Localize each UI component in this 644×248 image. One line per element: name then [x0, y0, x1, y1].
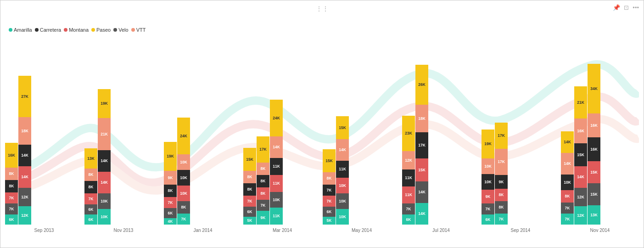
bar-stack-4-0: 5K6K7K7K8K15K: [323, 149, 336, 225]
legend-text-paseo: Paseo: [96, 27, 111, 33]
bar-stack-5-1: 14K14K15K17K18K26K: [415, 65, 428, 225]
bar-label-amarilla-6-1: 7K: [499, 217, 504, 221]
bar-segment-amarilla: 6K: [5, 214, 18, 225]
bar-group-Nov2014: 7K7K8K10K14K14K12K12K14K15K16K21K13K15K1…: [561, 37, 639, 225]
bar-label-montana-5-0: 11K: [405, 193, 412, 197]
bar-stack-0-1: 12K12K14K14K18K27K: [18, 76, 31, 225]
legend-item-carretera: Carretera: [35, 27, 61, 33]
bar-label-velo-2-0: 6K: [168, 211, 173, 215]
bar-label-carretera-0-0: 8K: [9, 184, 14, 188]
bar-stack-1-1: 10K10K14K14K21K19K: [98, 89, 111, 225]
bar-label-vtt-4-0: 8K: [327, 176, 332, 180]
bar-segment-vtt: 18K: [415, 105, 428, 132]
bar-segment-velo: 7K: [402, 203, 415, 214]
bar-segment-velo: 7K: [561, 203, 574, 214]
bar-label-amarilla-6-0: 6K: [486, 218, 491, 222]
bar-label-velo-1-0: 6K: [89, 208, 94, 212]
bar-label-montana-0-0: 7K: [9, 196, 14, 200]
bar-segment-velo: 7K: [5, 203, 18, 214]
bar-label-amarilla-3-2: 11K: [273, 214, 280, 218]
expand-icon[interactable]: ⊡: [624, 4, 629, 11]
bar-stack-7-0: 7K7K8K10K14K14K: [561, 131, 574, 225]
bar-segment-carretera: 15K: [574, 143, 587, 166]
bar-label-paseo-0-1: 27K: [21, 95, 28, 99]
bar-label-montana-6-0: 9K: [486, 195, 491, 199]
bar-label-montana-4-1: 10K: [339, 184, 346, 188]
bar-group-Sep2014: 6K7K9K10K10K19K7K8K8K9K17K17KSep 2014: [482, 37, 560, 225]
bar-segment-carretera: 8K: [164, 185, 177, 197]
bar-segment-paseo: 23K: [402, 116, 415, 151]
bar-segment-velo: 8K: [495, 201, 508, 214]
bar-stack-3-0: 5K6K7K8K8K15K: [243, 148, 256, 225]
legend-text-amarilla: Amarilla: [14, 27, 32, 33]
bar-segment-montana: 8K: [561, 190, 574, 203]
bar-group-label-5: Jul 2014: [432, 228, 450, 233]
bar-segment-montana: 7K: [323, 196, 336, 207]
bar-label-montana-0-1: 14K: [21, 175, 28, 179]
bar-label-vtt-6-0: 10K: [484, 164, 492, 169]
bar-segment-paseo: 19K: [98, 89, 111, 118]
bar-segment-montana: 15K: [415, 158, 428, 181]
bar-label-velo-0-1: 12K: [21, 195, 28, 199]
bar-label-paseo-5-1: 26K: [418, 83, 426, 87]
bar-segment-amarilla: 6K: [84, 214, 97, 225]
bar-segment-montana: 11K: [270, 175, 283, 192]
toolbar-icons: 📌 ⊡ •••: [613, 4, 639, 11]
legend-text-carretera: Carretera: [40, 27, 61, 33]
bar-segment-vtt: 8K: [243, 171, 256, 183]
bar-segment-vtt: 8K: [257, 163, 269, 175]
bar-label-vtt-6-1: 17K: [498, 160, 505, 164]
bar-group-label-3: Mar 2014: [273, 228, 292, 233]
bar-stack-5-0: 6K7K11K11K12K23K: [402, 116, 415, 225]
bar-segment-vtt: 9K: [164, 171, 177, 185]
bar-segment-vtt: 12K: [402, 151, 415, 169]
bar-label-amarilla-0-0: 6K: [9, 218, 14, 222]
bar-label-amarilla-0-1: 12K: [21, 214, 28, 218]
bar-label-amarilla-3-1: 9K: [261, 216, 266, 220]
legend-item-paseo: Paseo: [91, 27, 111, 33]
bar-segment-montana: 15K: [588, 161, 600, 183]
bar-segment-paseo: 14K: [561, 131, 574, 153]
legend: AmarillaCarreteraMontanaPaseoVeloVTT: [4, 27, 146, 33]
bar-segment-paseo: 24K: [177, 118, 190, 154]
bar-segment-vtt: 8K: [84, 169, 97, 181]
bar-label-amarilla-7-2: 13K: [590, 213, 598, 217]
bar-segment-velo: 6K: [323, 207, 336, 217]
bar-segment-montana: 10K: [336, 178, 349, 193]
chart-area: 6K7K7K8K8K16K12K12K14K14K18K27KSep 20136…: [5, 37, 639, 234]
bar-label-amarilla-2-1: 7K: [181, 217, 186, 221]
more-icon[interactable]: •••: [633, 4, 639, 11]
bar-segment-montana: 8K: [257, 187, 269, 200]
bar-label-paseo-7-0: 14K: [564, 140, 571, 144]
bar-segment-paseo: 13K: [84, 148, 97, 169]
legend-color-montana: [64, 28, 67, 32]
bar-label-velo-6-0: 7K: [486, 207, 491, 211]
bar-segment-montana: 14K: [574, 166, 587, 188]
bar-segment-amarilla: 12K: [18, 206, 31, 225]
bar-segment-vtt: 16K: [588, 113, 600, 137]
bar-segment-vtt: 16K: [574, 118, 587, 143]
bar-segment-velo: 14K: [415, 181, 428, 203]
bar-segment-paseo: 21K: [574, 86, 587, 118]
bar-label-carretera-1-0: 8K: [89, 185, 94, 189]
bar-segment-amarilla: 6K: [482, 214, 494, 225]
bar-label-paseo-2-1: 24K: [180, 134, 187, 138]
bar-label-paseo-3-2: 24K: [273, 116, 280, 120]
bar-segment-montana: 11K: [402, 186, 415, 203]
legend-text-vtt: VTT: [136, 27, 146, 33]
legend-item-amarilla: Amarilla: [9, 27, 32, 33]
bar-stack-6-0: 6K7K9K10K10K19K: [482, 130, 494, 225]
pin-icon[interactable]: 📌: [613, 4, 620, 11]
bar-segment-vtt: 17K: [495, 149, 508, 175]
bar-label-vtt-3-0: 8K: [247, 175, 252, 179]
bar-segment-velo: 10K: [270, 192, 283, 208]
bar-label-paseo-7-1: 21K: [577, 101, 584, 105]
bar-segment-montana: 8K: [495, 189, 508, 201]
bar-segment-amarilla: 7K: [495, 214, 508, 225]
bar-label-carretera-4-0: 7K: [327, 188, 332, 192]
bar-label-velo-2-1: 8K: [181, 205, 186, 209]
bar-segment-carretera: 8K: [257, 175, 269, 187]
bar-segment-amarilla: 10K: [98, 209, 111, 225]
bar-segment-carretera: 14K: [98, 150, 111, 172]
bar-segment-vtt: 8K: [323, 172, 336, 185]
